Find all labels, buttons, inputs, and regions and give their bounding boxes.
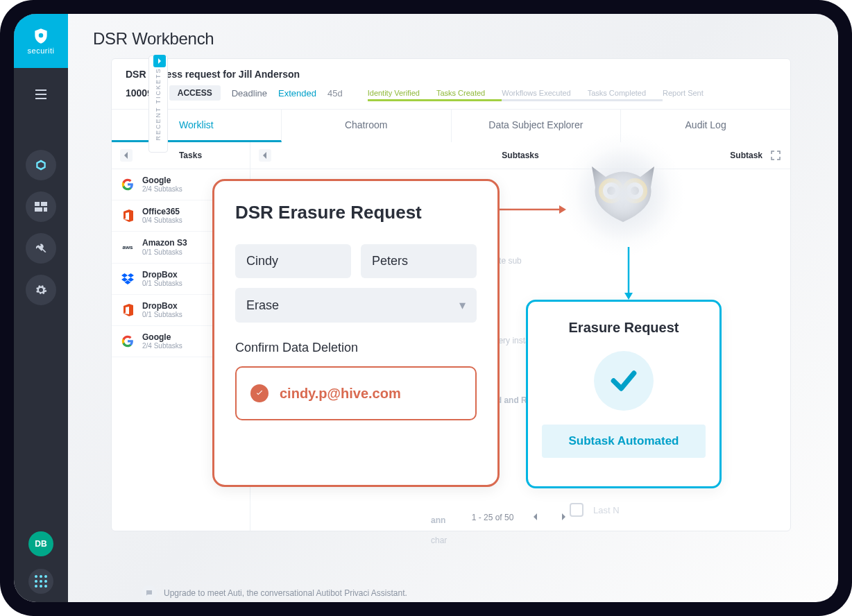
svg-rect-3 (44, 207, 47, 212)
chevron-right-icon[interactable] (153, 55, 166, 67)
progress-seg: Tasks Completed (588, 89, 646, 97)
last-name-field[interactable]: Peters (361, 244, 477, 278)
email-value: cindy.p@hive.com (280, 386, 401, 402)
shield-icon (32, 27, 50, 45)
action-select[interactable]: Erase ▾ (235, 288, 477, 323)
tab-chatroom[interactable]: Chatroom (282, 110, 452, 142)
ticket-type-chip: ACCESS (169, 85, 221, 101)
first-name-field[interactable]: Cindy (235, 244, 351, 278)
checkbox[interactable] (570, 503, 583, 517)
confirm-box[interactable]: cindy.p@hive.com (235, 366, 477, 420)
next-page-icon[interactable] (558, 510, 569, 525)
device-frame: securiti DB D (0, 0, 852, 616)
user-avatar[interactable]: DB (28, 531, 53, 556)
office-icon (120, 208, 135, 223)
success-check-icon (594, 351, 654, 411)
chevron-down-icon: ▾ (459, 298, 466, 313)
result-title: Erasure Request (569, 320, 679, 336)
subtasks-header: Subtasks (278, 151, 762, 160)
modal-title: DSR Erasure Request (235, 202, 477, 223)
subtask-label: Subtask (730, 151, 762, 160)
pagination-range: 1 - 25 of 50 (472, 513, 514, 522)
recent-tickets-strip[interactable]: RECENT TICKETS (148, 55, 168, 153)
deadline-days: 45d (327, 88, 343, 99)
nav-discovery-icon[interactable] (26, 150, 56, 180)
progress-seg: Report Sent (663, 89, 704, 97)
brand-name: securiti (28, 46, 55, 55)
svg-rect-2 (35, 207, 42, 212)
footer-upgrade[interactable]: Upgrade to meet Auti, the conversational… (142, 585, 407, 601)
footer-message: Upgrade to meet Auti, the conversational… (164, 588, 407, 598)
google-icon (120, 177, 135, 192)
svg-rect-0 (35, 202, 40, 206)
apps-icon[interactable] (28, 569, 53, 594)
dropbox-icon (120, 271, 135, 286)
check-icon (250, 384, 269, 402)
google-icon (120, 334, 135, 349)
brand-logo[interactable]: securiti (14, 14, 68, 68)
owl-mascot (561, 132, 685, 257)
erasure-request-modal: DSR Erasure Request Cindy Peters Erase ▾… (212, 179, 500, 487)
progress-seg: Identity Verified (368, 89, 420, 97)
deadline-status: Extended (278, 88, 316, 99)
nav-tools-icon[interactable] (26, 233, 56, 264)
recent-label: RECENT TICKETS (155, 67, 162, 140)
arrow-icon (500, 203, 569, 216)
chevron-left-icon[interactable] (120, 149, 133, 162)
svg-rect-1 (41, 202, 47, 206)
result-status: Subtask Automated (542, 425, 706, 458)
progress-seg: Workflows Executed (502, 89, 570, 97)
deadline-label: Deadline (232, 88, 267, 99)
erasure-result-card: Erasure Request Subtask Automated (526, 300, 722, 488)
nav-workbench-icon[interactable] (26, 191, 56, 222)
progress-seg: Tasks Created (436, 89, 485, 97)
sidebar: securiti DB (14, 14, 68, 602)
aws-icon: aws (120, 239, 135, 255)
tasks-header: Tasks (139, 151, 241, 160)
menu-icon[interactable] (26, 79, 56, 110)
nav-settings-icon[interactable] (26, 275, 56, 305)
office-icon (120, 302, 135, 318)
page-title: DSR Workbench (68, 14, 838, 58)
progress-bar: Identity Verified Tasks Created Workflow… (368, 89, 776, 97)
expand-icon[interactable] (769, 149, 782, 162)
tab-worklist[interactable]: Worklist (112, 110, 282, 142)
app-screen: securiti DB D (14, 14, 838, 602)
tabs: Worklist Chatroom Data Subject Explorer … (112, 109, 790, 142)
arrow-icon (622, 247, 636, 302)
prev-page-icon[interactable] (530, 510, 541, 525)
pagination: 1 - 25 of 50 (451, 510, 590, 525)
confirm-label: Confirm Data Deletion (235, 341, 477, 355)
chat-icon (142, 585, 157, 601)
chevron-left-icon[interactable] (259, 149, 271, 162)
